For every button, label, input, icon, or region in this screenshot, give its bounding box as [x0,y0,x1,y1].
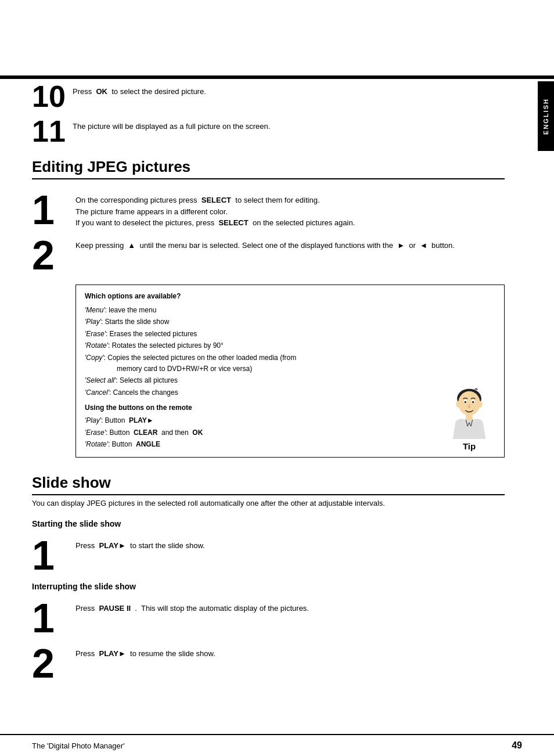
interrupting-step-1-number: 1 [32,598,75,639]
interrupting-step-2-text: Press PLAY► to resume the slide show. [75,643,505,660]
tip-label: Tip [463,441,476,451]
step-10-number: 10 [32,81,73,111]
editing-step-1-text: On the corresponding pictures press SELE… [75,190,505,229]
infobox-item-menu: 'Menu': leave the menu [85,305,434,316]
slide-show-heading: Slide show [32,474,505,495]
infobox-item-cancel: 'Cancel': Cancels the changes [85,387,434,398]
editing-step-1-row: 1 On the corresponding pictures press SE… [32,190,505,231]
editing-step-1-number: 1 [32,190,75,231]
steps-top: 10 Press OK to select the desired pictur… [32,0,505,146]
editing-section: Editing JPEG pictures 1 On the correspon… [32,158,505,458]
slide-show-section: Slide show You can display JPEG pictures… [32,474,505,685]
page: ENGLISH 10 Press OK to select the desire… [0,0,554,756]
slide-show-description: You can display JPEG pictures in the sel… [32,498,505,509]
svg-point-6 [456,401,461,407]
step-11-row: 11 The picture will be displayed as a fu… [32,116,505,146]
infobox-item-selectall: 'Select all': Selects all pictures [85,375,434,386]
svg-point-7 [478,401,483,407]
interrupting-step-1-row: 1 Press PAUSE II . This will stop the au… [32,598,505,639]
page-number: 49 [512,740,522,751]
step-10-text: Press OK to select the desired picture. [73,81,505,98]
interrupting-heading: Interrupting the slide show [32,582,505,591]
svg-rect-8 [466,414,472,420]
remote-item-erase: 'Erase': Button CLEAR and then OK [85,427,434,438]
info-box: Which options are available? 'Menu': lea… [75,285,505,458]
bottom-bar: The 'Digital Photo Manager' 49 [0,734,554,756]
starting-step-1-text: Press PLAY► to start the slide show. [75,535,505,552]
infobox-item-play: 'Play': Starts the slide show [85,316,434,327]
editing-step-2-row: 2 Keep pressing ▲ until the menu bar is … [32,235,505,276]
interrupting-step-2-number: 2 [32,643,75,684]
infobox-item-rotate: 'Rotate': Rotates the selected pictures … [85,340,434,351]
interrupting-step-1-text: Press PAUSE II . This will stop the auto… [75,598,505,614]
info-box-content: Which options are available? 'Menu': lea… [85,291,434,451]
infobox-item-copy: 'Copy': Copies the selected pictures on … [85,352,434,374]
tip-figure-svg [446,387,492,439]
starting-step-1-row: 1 Press PLAY► to start the slide show. [32,535,505,576]
svg-point-5 [472,401,474,403]
main-content: 10 Press OK to select the desired pictur… [0,0,554,684]
tip-area: Tip [443,291,495,451]
starting-step-1-number: 1 [32,535,75,576]
interrupting-step-2-row: 2 Press PLAY► to resume the slide show. [32,643,505,684]
step-10-row: 10 Press OK to select the desired pictur… [32,81,505,111]
infobox-heading: Which options are available? [85,291,434,302]
editing-heading: Editing JPEG pictures [32,158,505,179]
remote-item-play: 'Play': Button PLAY► [85,415,434,426]
footer-text: The 'Digital Photo Manager' [32,741,125,750]
sidebar-label: ENGLISH [538,81,554,151]
top-rule [0,75,554,79]
infobox-item-erase: 'Erase': Erases the selected pictures [85,329,434,340]
editing-step-2-text: Keep pressing ▲ until the menu bar is se… [75,235,505,251]
starting-heading: Starting the slide show [32,519,505,528]
svg-point-4 [465,401,466,403]
editing-step-2-number: 2 [32,235,75,276]
step-11-text: The picture will be displayed as a full … [73,116,505,132]
remote-heading: Using the buttons on the remote [85,402,434,413]
remote-item-rotate: 'Rotate': Button ANGLE [85,439,434,450]
step-11-number: 11 [32,116,73,146]
remote-section: Using the buttons on the remote 'Play': … [85,402,434,449]
